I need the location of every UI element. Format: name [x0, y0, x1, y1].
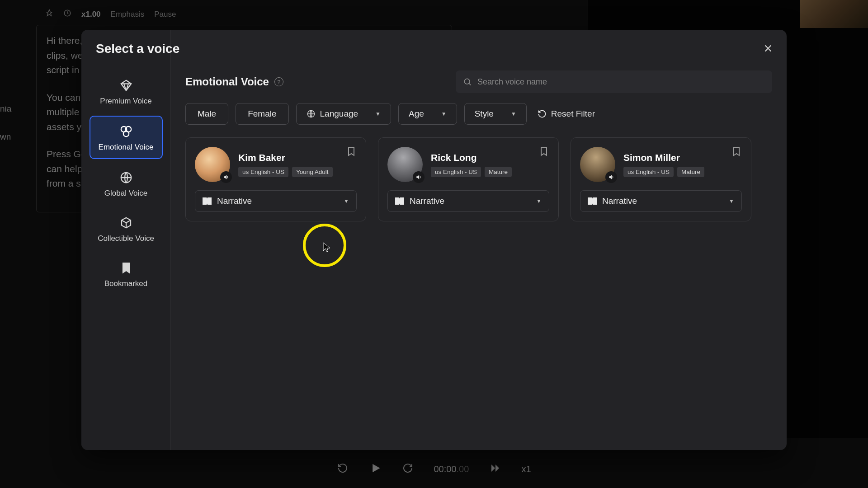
voice-age-tag: Mature: [485, 167, 512, 177]
chevron-down-icon: ▼: [536, 198, 542, 204]
filter-language[interactable]: Language▼: [296, 103, 391, 125]
voice-card[interactable]: Rick Long us English - US Mature Narrati…: [378, 137, 559, 221]
chevron-down-icon: ▼: [344, 198, 349, 204]
sidebar-item-collectible[interactable]: Collectible Voice: [90, 208, 163, 249]
voice-category-sidebar: Premium Voice Emotional Voice Global Voi…: [81, 30, 171, 450]
fast-forward-icon: [490, 463, 500, 476]
voice-name: Kim Baker: [238, 152, 333, 163]
sidebar-item-label: Collectible Voice: [98, 234, 154, 243]
voice-card-grid: Kim Baker us English - US Young Adult Na…: [185, 137, 772, 221]
search-input[interactable]: [477, 77, 765, 87]
voice-age-tag: Mature: [677, 167, 704, 177]
speaker-icon: [605, 171, 617, 183]
left-rail: nia wn: [0, 104, 11, 142]
speaker-icon: [413, 171, 425, 183]
reset-filter[interactable]: Reset Filter: [538, 109, 595, 119]
filter-row: Male Female Language▼ Age▼ Style▼ Reset …: [185, 103, 772, 125]
svg-point-5: [464, 79, 470, 84]
voice-style-select[interactable]: Narrative ▼: [387, 190, 549, 212]
filter-age[interactable]: Age▼: [398, 103, 457, 125]
svg-point-3: [123, 131, 129, 137]
voice-lang-tag: us English - US: [431, 167, 481, 177]
filter-female[interactable]: Female: [236, 103, 288, 125]
play-time: 00:00.00: [434, 464, 469, 474]
voice-style-select[interactable]: Narrative ▼: [195, 190, 357, 212]
voice-lang-tag: us English - US: [623, 167, 674, 177]
search-field[interactable]: [456, 70, 772, 93]
pause-tool: Pause: [154, 10, 176, 19]
sidebar-item-premium[interactable]: Premium Voice: [90, 70, 163, 112]
voice-modal: Select a voice Premium Voice Emotional V…: [81, 30, 787, 450]
speed-value: x1.00: [81, 10, 101, 19]
voice-name: Simon Miller: [623, 152, 704, 163]
voice-age-tag: Young Adult: [292, 167, 333, 177]
voice-lang-tag: us English - US: [238, 167, 288, 177]
modal-title: Select a voice: [96, 42, 179, 56]
voice-style-select[interactable]: Narrative ▼: [580, 190, 742, 212]
bookmark-button[interactable]: [346, 145, 357, 160]
book-icon: [395, 197, 404, 205]
help-icon[interactable]: ?: [274, 77, 283, 86]
play-button: [369, 462, 382, 477]
close-button[interactable]: [760, 40, 777, 57]
pin-icon: [45, 9, 53, 19]
section-title: Emotional Voice: [185, 75, 269, 88]
sidebar-item-bookmarked[interactable]: Bookmarked: [90, 253, 163, 295]
history-icon: [63, 9, 71, 19]
avatar[interactable]: [195, 147, 230, 182]
filter-male[interactable]: Male: [185, 103, 228, 125]
chevron-down-icon: ▼: [729, 198, 734, 204]
book-icon: [588, 197, 597, 205]
rewind-icon: [337, 463, 348, 476]
bookmark-button[interactable]: [538, 145, 549, 160]
bookmark-button[interactable]: [731, 145, 742, 160]
voice-main: Emotional Voice ? Male Female Language▼ …: [171, 30, 787, 450]
sidebar-item-label: Bookmarked: [104, 279, 147, 288]
avatar[interactable]: [387, 147, 423, 182]
avatar[interactable]: [580, 147, 615, 182]
sidebar-item-emotional[interactable]: Emotional Voice: [90, 116, 163, 159]
forward-icon: [402, 463, 413, 476]
playbar: 00:00.00 x1: [0, 450, 868, 488]
refresh-icon: [538, 109, 547, 118]
speaker-icon: [220, 171, 232, 183]
globe-icon: [307, 109, 316, 118]
playback-rate: x1: [521, 464, 531, 474]
book-icon: [203, 197, 212, 205]
voice-card[interactable]: Kim Baker us English - US Young Adult Na…: [185, 137, 366, 221]
sidebar-item-label: Emotional Voice: [99, 143, 154, 152]
sidebar-item-global[interactable]: Global Voice: [90, 163, 163, 204]
preview-thumb: [800, 0, 868, 28]
voice-card[interactable]: Simon Miller us English - US Mature Narr…: [571, 137, 751, 221]
emphasis-tool: Emphasis: [111, 10, 145, 19]
voice-name: Rick Long: [431, 152, 512, 163]
sidebar-item-label: Premium Voice: [100, 97, 151, 106]
sidebar-item-label: Global Voice: [104, 189, 147, 198]
filter-style[interactable]: Style▼: [464, 103, 527, 125]
search-icon: [463, 77, 472, 86]
